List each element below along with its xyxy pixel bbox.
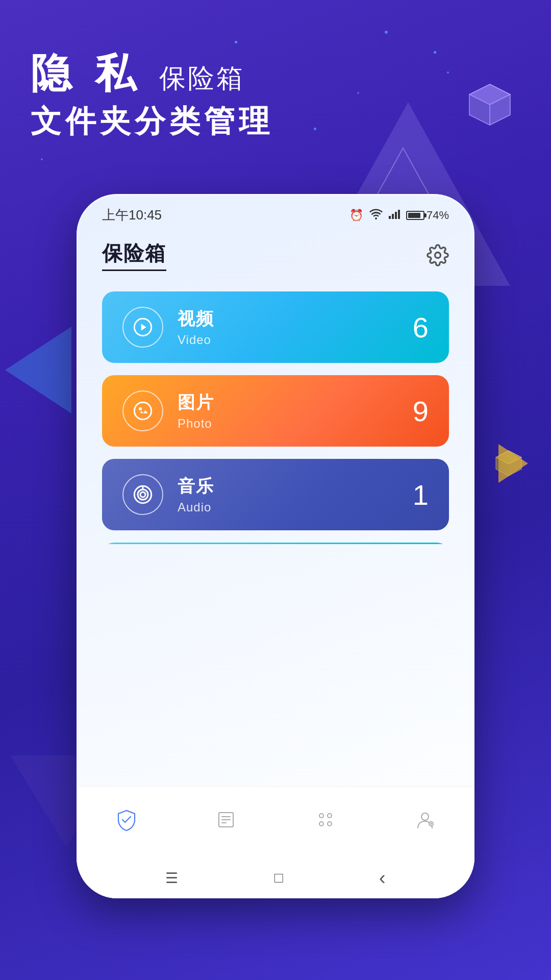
nav-item-safe[interactable] xyxy=(96,799,157,840)
app-title: 保险箱 xyxy=(102,239,166,267)
app-header: 保险箱 xyxy=(77,229,474,271)
svg-point-32 xyxy=(421,813,429,820)
settings-button[interactable] xyxy=(427,244,449,266)
header-text: 隐 私 保险箱 文件夹分类管理 xyxy=(31,51,273,142)
nav-item-apps[interactable] xyxy=(295,799,356,840)
photo-title-cn: 图片 xyxy=(178,391,214,414)
profile-nav-icon xyxy=(412,807,438,832)
signal-icon xyxy=(389,209,400,222)
video-title-cn: 视频 xyxy=(178,307,214,331)
svg-rect-9 xyxy=(395,212,397,219)
nav-item-profile[interactable] xyxy=(394,799,456,840)
battery-indicator: 74% xyxy=(406,209,449,222)
svg-marker-2 xyxy=(469,84,510,105)
svg-point-18 xyxy=(138,489,148,500)
apps-nav-icon xyxy=(313,807,338,832)
status-icons: ⏰ 74% xyxy=(349,208,449,223)
android-back-icon[interactable]: ‹ xyxy=(379,867,386,889)
audio-count: 1 xyxy=(413,478,429,511)
app-title-wrap: 保险箱 xyxy=(102,239,166,271)
svg-rect-10 xyxy=(398,210,400,219)
audio-title-en: Audio xyxy=(178,500,214,514)
bottom-nav xyxy=(77,786,474,857)
card-text-photo: 图片 Photo xyxy=(178,391,214,431)
card-left-photo: 图片 Photo xyxy=(122,390,214,431)
audio-icon-circle xyxy=(122,474,163,515)
svg-point-11 xyxy=(435,253,441,258)
phone-mockup: 上午10:45 ⏰ 74% xyxy=(77,194,474,898)
svg-marker-3 xyxy=(469,94,490,125)
svg-point-17 xyxy=(140,492,145,497)
video-count: 6 xyxy=(413,311,429,344)
svg-point-14 xyxy=(134,402,151,419)
status-bar: 上午10:45 ⏰ 74% xyxy=(77,194,474,229)
alarm-icon: ⏰ xyxy=(349,209,363,222)
status-time: 上午10:45 xyxy=(102,206,162,224)
safe-nav-icon xyxy=(114,807,139,832)
nav-item-files[interactable] xyxy=(195,799,257,840)
wifi-icon xyxy=(369,208,383,223)
audio-title-cn: 音乐 xyxy=(178,475,214,498)
category-card-video[interactable]: 视频 Video 6 xyxy=(102,291,449,363)
android-nav-bar: ☰ □ ‹ xyxy=(77,857,474,898)
svg-rect-8 xyxy=(392,214,394,219)
content-spacer xyxy=(77,544,474,787)
svg-point-31 xyxy=(328,822,332,826)
android-menu-icon[interactable]: ☰ xyxy=(165,870,178,887)
svg-marker-1 xyxy=(469,84,510,125)
photo-count: 9 xyxy=(413,395,429,428)
categories-container: 视频 Video 6 图片 Photo xyxy=(77,271,474,544)
video-title-en: Video xyxy=(178,333,214,347)
video-icon-circle xyxy=(122,307,163,348)
svg-marker-4 xyxy=(490,94,510,125)
svg-marker-5 xyxy=(496,451,521,476)
svg-marker-13 xyxy=(141,324,146,330)
card-left-audio: 音乐 Audio xyxy=(122,474,214,515)
header-line2: 文件夹分类管理 xyxy=(31,101,273,142)
svg-rect-7 xyxy=(389,216,391,219)
android-home-icon[interactable]: □ xyxy=(274,870,283,886)
card-left-video: 视频 Video xyxy=(122,307,214,348)
photo-icon-circle xyxy=(122,390,163,431)
files-nav-icon xyxy=(213,807,239,832)
svg-point-15 xyxy=(139,408,141,409)
battery-percent: 74% xyxy=(427,209,449,222)
svg-marker-6 xyxy=(496,451,521,464)
photo-title-en: Photo xyxy=(178,416,214,431)
category-card-audio[interactable]: 音乐 Audio 1 xyxy=(102,459,449,530)
category-card-photo[interactable]: 图片 Photo 9 xyxy=(102,375,449,447)
header-line1: 隐 私 保险箱 xyxy=(31,51,273,96)
card-text-video: 视频 Video xyxy=(178,307,214,347)
svg-point-29 xyxy=(328,814,332,818)
card-text-audio: 音乐 Audio xyxy=(178,475,214,514)
svg-point-30 xyxy=(319,822,323,826)
svg-point-28 xyxy=(319,814,323,818)
